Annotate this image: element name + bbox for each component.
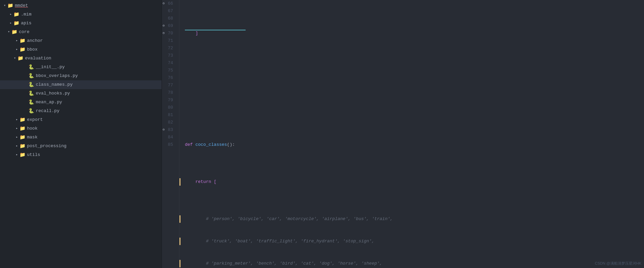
folder-icon: 📁 xyxy=(20,142,25,150)
chevron-right-icon xyxy=(14,46,20,53)
code-line-72: # 'truck', 'boat', 'traffic_light', 'fir… xyxy=(185,238,644,245)
chevron-right-icon xyxy=(8,11,13,18)
sidebar-item-label: export xyxy=(27,116,43,124)
sidebar-item-bbox-overlaps[interactable]: 🐍 bbox_overlaps.py xyxy=(0,72,162,80)
code-line-69: def coco_classes(): xyxy=(185,141,644,149)
folder-icon: 📁 xyxy=(20,125,25,132)
line-num-80: 80 xyxy=(162,104,175,111)
code-line-67 xyxy=(185,67,644,74)
sidebar-item-label: recall.py xyxy=(36,107,59,115)
chevron-down-icon xyxy=(12,55,18,62)
fold-icon: ⊖ xyxy=(163,126,165,134)
line-num-83: ⊖ 83 xyxy=(162,126,175,134)
line-num-66: ⊖ 66 xyxy=(162,0,175,7)
sidebar-item-label: mmdet xyxy=(15,2,28,9)
chevron-right-icon xyxy=(14,142,20,150)
sidebar-item-eval-hooks[interactable]: 🐍 eval_hooks.py xyxy=(0,89,162,98)
sidebar-item-label: mask xyxy=(27,134,37,141)
chevron-down-icon xyxy=(2,2,7,9)
file-icon: 🐍 xyxy=(28,72,34,80)
sidebar-item-evaluation[interactable]: 📁 evaluation xyxy=(0,54,162,63)
line-num-81: 81 xyxy=(162,111,175,119)
chevron-right-icon xyxy=(14,116,20,124)
sidebar-item-core[interactable]: 📁 core xyxy=(0,28,162,36)
sidebar-item-anchor[interactable]: 📁 anchor xyxy=(0,36,162,45)
line-num-67: 67 xyxy=(162,7,175,15)
line-num-70: ⊖ 70 xyxy=(162,30,175,37)
sidebar-item-label: core xyxy=(19,28,29,36)
code-editor[interactable]: ⊖ 66 67 68 ⊖ 69 ⊖ 70 71 72 73 74 75 76 7… xyxy=(162,0,644,268)
sidebar-item-label: class_names.py xyxy=(36,81,73,88)
fold-icon: ⊖ xyxy=(163,22,165,30)
sidebar-item-mask[interactable]: 📁 mask xyxy=(0,133,162,142)
code-line-71: # 'person', 'bicycle', 'car', 'motorcycl… xyxy=(185,215,644,223)
folder-icon: 📁 xyxy=(13,11,19,18)
chevron-right-icon xyxy=(14,134,20,141)
sidebar-item-label: anchor xyxy=(27,37,43,45)
sidebar-item-label: post_processing xyxy=(27,142,66,150)
fold-icon: ⊖ xyxy=(163,0,165,7)
sidebar-item-label: eval_hooks.py xyxy=(36,90,70,97)
file-icon: 🐍 xyxy=(28,90,34,97)
line-num-78: 78 xyxy=(162,89,175,97)
line-num-84: 84 xyxy=(162,134,175,141)
folder-icon: 📁 xyxy=(7,2,13,9)
folder-icon: 📁 xyxy=(18,55,23,62)
folder-icon: 📁 xyxy=(20,151,25,159)
code-content: ] def coco_classes(): return [ xyxy=(179,0,644,268)
folder-icon: 📁 xyxy=(20,116,25,124)
line-num-73: 73 xyxy=(162,52,175,59)
sidebar-item-recall[interactable]: 🐍 recall.py xyxy=(0,107,162,115)
code-line-68 xyxy=(185,104,644,111)
line-num-75: 75 xyxy=(162,67,175,74)
file-icon: 🐍 xyxy=(28,81,34,88)
file-explorer: 📁 mmdet 📁 .mim 📁 apis 📁 core 📁 anchor 📁 … xyxy=(0,0,162,268)
file-icon: 🐍 xyxy=(28,63,34,71)
line-num-74: 74 xyxy=(162,59,175,67)
line-num-79: 79 xyxy=(162,97,175,104)
sidebar-item-label: apis xyxy=(21,20,31,27)
sidebar-item-label: hook xyxy=(27,125,37,132)
line-num-85: 85 xyxy=(162,141,175,149)
sidebar-item-bbox[interactable]: 📁 bbox xyxy=(0,45,162,54)
sidebar-item-hook[interactable]: 📁 hook xyxy=(0,124,162,133)
line-num-82: 82 xyxy=(162,119,175,126)
folder-icon: 📁 xyxy=(13,20,19,27)
line-num-68: 68 xyxy=(162,15,175,22)
watermark: CSDN @满船清梦压星河HK xyxy=(595,261,641,266)
sidebar-item-post-processing[interactable]: 📁 post_processing xyxy=(0,142,162,151)
sidebar-item-label: mean_ap.py xyxy=(36,99,62,106)
sidebar-item-class-names[interactable]: 🐍 class_names.py xyxy=(0,80,162,89)
folder-icon: 📁 xyxy=(11,28,17,36)
code-line-66: ] xyxy=(185,30,644,37)
line-num-69: ⊖ 69 xyxy=(162,22,175,30)
line-num-72: 72 xyxy=(162,45,175,52)
fold-icon: ⊖ xyxy=(163,30,165,37)
folder-icon: 📁 xyxy=(20,46,25,53)
sidebar-item-utils[interactable]: 📁 utils xyxy=(0,151,162,159)
sidebar-item-label: evaluation xyxy=(25,55,51,62)
chevron-down-icon xyxy=(6,28,11,36)
sidebar-item-init-py[interactable]: 🐍 __init__.py xyxy=(0,63,162,72)
line-numbers-gutter: ⊖ 66 67 68 ⊖ 69 ⊖ 70 71 72 73 74 75 76 7… xyxy=(162,0,179,268)
line-num-76: 76 xyxy=(162,74,175,82)
sidebar-item-mim[interactable]: 📁 .mim xyxy=(0,10,162,19)
sidebar-item-label: .mim xyxy=(21,11,31,18)
sidebar-item-label: bbox_overlaps.py xyxy=(36,72,78,80)
sidebar-item-mmdet[interactable]: 📁 mmdet xyxy=(0,1,162,10)
chevron-right-icon xyxy=(8,20,13,27)
line-num-77: 77 xyxy=(162,82,175,89)
sidebar-item-label: utils xyxy=(27,151,40,159)
code-line-73: # 'parking_meter', 'bench', 'bird', 'cat… xyxy=(185,260,644,267)
sidebar-item-apis[interactable]: 📁 apis xyxy=(0,19,162,28)
folder-icon: 📁 xyxy=(20,134,25,141)
line-num-71: 71 xyxy=(162,37,175,45)
chevron-right-icon xyxy=(14,37,20,45)
chevron-right-icon xyxy=(14,151,20,159)
file-icon: 🐍 xyxy=(28,99,34,106)
chevron-right-icon xyxy=(14,125,20,132)
folder-icon: 📁 xyxy=(20,37,25,45)
file-icon: 🐍 xyxy=(28,107,34,115)
sidebar-item-export[interactable]: 📁 export xyxy=(0,115,162,124)
sidebar-item-mean-ap[interactable]: 🐍 mean_ap.py xyxy=(0,98,162,107)
